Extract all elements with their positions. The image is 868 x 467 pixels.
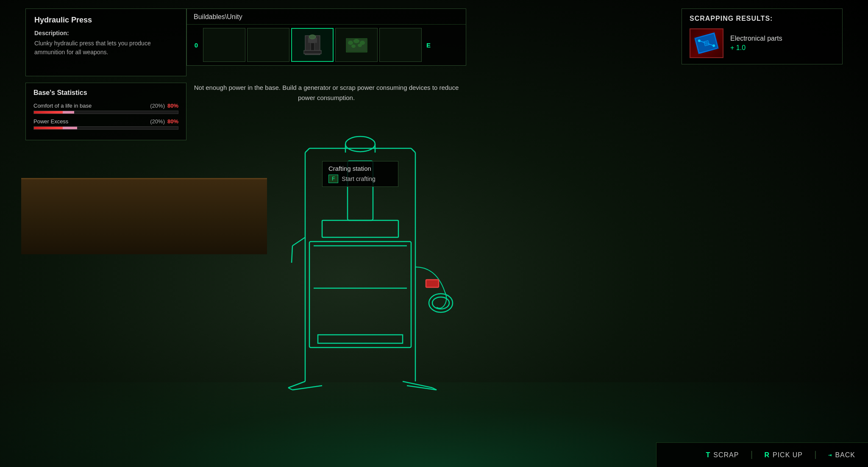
warning-text: Not enough power in the base. Build a ge… (194, 84, 459, 101)
action-bar: T SCRAP | R PICK UP | ⇥ BACK (656, 442, 868, 467)
svg-line-9 (411, 148, 415, 153)
buildables-title: Buildables\Unity (187, 9, 466, 25)
divider-2: | (813, 450, 818, 460)
svg-rect-29 (311, 43, 314, 51)
back-button[interactable]: ⇥ BACK (828, 451, 855, 459)
stat-row-power: Power Excess (20%) 80% (33, 118, 178, 130)
stat-value-comfort: 80% (167, 103, 178, 109)
electronic-parts-icon (694, 32, 719, 54)
stat-row-comfort: Comfort of a life in base (20%) 80% (33, 103, 178, 114)
svg-rect-26 (322, 220, 398, 237)
scrapping-results-panel: SCRAPPING RESULTS: Electronical parts + … (682, 8, 843, 64)
svg-point-31 (309, 35, 316, 39)
item-title: Hydraulic Press (34, 16, 178, 25)
stats-title: Base's Statistics (33, 89, 178, 97)
scrapping-item-details: Electronical parts + 1.0 (730, 35, 782, 52)
crafting-action[interactable]: F Start crafting (328, 175, 392, 183)
svg-line-1 (288, 388, 292, 390)
svg-point-37 (351, 44, 356, 48)
build-key-right: E (423, 42, 434, 49)
svg-point-35 (353, 39, 359, 43)
workshop-table (21, 178, 267, 254)
svg-point-11 (345, 136, 375, 152)
svg-line-2 (292, 386, 322, 390)
svg-rect-15 (322, 220, 398, 237)
machine-model (254, 76, 487, 394)
svg-rect-16 (309, 242, 411, 347)
divider-1: | (749, 450, 754, 460)
stat-value-power: 80% (167, 118, 178, 125)
back-label: BACK (835, 451, 855, 459)
warning-message: Not enough power in the base. Build a ge… (186, 78, 466, 107)
scrapping-item: Electronical parts + 1.0 (690, 28, 835, 58)
svg-line-21 (292, 237, 305, 246)
stat-label-comfort: Comfort of a life in base (33, 103, 92, 109)
crafting-action-text: Start crafting (342, 175, 375, 182)
svg-line-7 (305, 148, 309, 153)
build-item-3-selected[interactable] (291, 28, 334, 62)
progress-bar-power (33, 126, 178, 130)
svg-point-19 (432, 297, 449, 309)
svg-point-34 (348, 41, 353, 45)
pickup-key: R (764, 451, 769, 459)
svg-rect-25 (309, 242, 411, 347)
base-stats-panel: Base's Statistics Comfort of a life in b… (25, 83, 186, 140)
svg-point-38 (358, 44, 362, 47)
stat-percent-power: (20%) (150, 118, 165, 125)
svg-rect-17 (318, 335, 403, 343)
build-key-left: 0 (191, 42, 201, 49)
build-item-5[interactable] (379, 28, 422, 62)
svg-rect-30 (304, 50, 321, 54)
description-text: Clunky hydraulic press that lets you pro… (34, 39, 178, 57)
svg-line-22 (292, 246, 292, 263)
svg-rect-20 (426, 280, 439, 287)
build-item-4[interactable] (335, 28, 378, 62)
stat-label-power: Power Excess (33, 118, 68, 125)
svg-line-0 (288, 381, 305, 388)
progress-bar-comfort (33, 111, 178, 114)
scrap-key: T (706, 451, 710, 459)
buildables-items-container: 0 (187, 25, 466, 65)
scrapping-title: SCRAPPING RESULTS: (690, 15, 835, 22)
build-item-2[interactable] (247, 28, 289, 62)
crafting-key-badge: F (328, 175, 338, 183)
crafting-station-title: Crafting station (328, 165, 392, 172)
scrapping-item-value: + 1.0 (730, 44, 782, 52)
scrapping-item-name: Electronical parts (730, 35, 782, 42)
stat-percent-comfort: (20%) (150, 103, 165, 109)
back-icon: ⇥ (828, 451, 832, 459)
scrap-label: SCRAP (713, 451, 739, 459)
build-item-1[interactable] (203, 28, 245, 62)
item-description-panel: Hydraulic Press Description: Clunky hydr… (25, 8, 186, 76)
pickup-button[interactable]: R PICK UP (764, 451, 803, 459)
pickup-label: PICK UP (773, 451, 803, 459)
crafting-tooltip: Crafting station F Start crafting (322, 161, 398, 187)
scrapping-item-icon (690, 28, 723, 58)
description-label: Description: (34, 30, 178, 36)
buildables-panel: Buildables\Unity 0 (186, 8, 466, 66)
scrap-button[interactable]: T SCRAP (706, 451, 739, 459)
